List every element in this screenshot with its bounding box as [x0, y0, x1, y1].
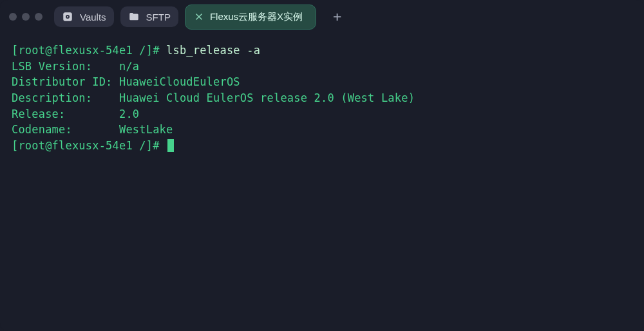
output-line: Distributor ID: HuaweiCloudEulerOS — [12, 75, 240, 88]
folder-icon — [128, 11, 140, 23]
output-val: 2.0 — [119, 108, 139, 120]
terminal-output[interactable]: [root@flexusx-54e1 /]# lsb_release -a LS… — [0, 33, 644, 331]
output-line: Codename: WestLake — [12, 123, 173, 136]
titlebar: Vaults SFTP Flexus云服务器X实例 + — [0, 0, 644, 33]
maximize-window-button[interactable] — [35, 13, 43, 21]
output-key: Release: — [12, 108, 65, 120]
output-val: WestLake — [119, 123, 173, 136]
prompt: [root@flexusx-54e1 /]# — [12, 139, 160, 152]
output-key: Distributor ID: — [12, 75, 113, 88]
tab-vaults-label: Vaults — [80, 12, 106, 23]
output-line: LSB Version: n/a — [12, 60, 139, 73]
output-key: Description: — [12, 91, 92, 104]
terminal-window: Vaults SFTP Flexus云服务器X实例 + [root@flexus… — [0, 0, 644, 331]
tab-vaults[interactable]: Vaults — [54, 6, 114, 27]
cursor — [167, 139, 174, 152]
close-window-button[interactable] — [9, 13, 17, 21]
output-line: Description: Huawei Cloud EulerOS releas… — [12, 91, 415, 104]
tab-sftp[interactable]: SFTP — [120, 6, 178, 27]
tab-active-session[interactable]: Flexus云服务器X实例 — [185, 5, 316, 30]
tab-active-label: Flexus云服务器X实例 — [210, 11, 303, 23]
minimize-window-button[interactable] — [22, 13, 30, 21]
output-key: LSB Version: — [12, 60, 92, 73]
output-val: Huawei Cloud EulerOS release 2.0 (West L… — [119, 91, 415, 104]
output-line: Release: 2.0 — [12, 108, 139, 120]
output-key: Codename: — [12, 123, 72, 136]
vaults-icon — [62, 11, 73, 23]
svg-point-2 — [67, 16, 68, 17]
prompt: [root@flexusx-54e1 /]# — [12, 44, 160, 57]
command-text: lsb_release -a — [166, 44, 260, 57]
new-tab-button[interactable]: + — [327, 6, 348, 28]
traffic-lights — [9, 13, 43, 21]
output-val: n/a — [119, 60, 139, 73]
tab-sftp-label: SFTP — [146, 12, 171, 23]
close-icon[interactable] — [194, 12, 204, 21]
output-val: HuaweiCloudEulerOS — [119, 75, 240, 88]
